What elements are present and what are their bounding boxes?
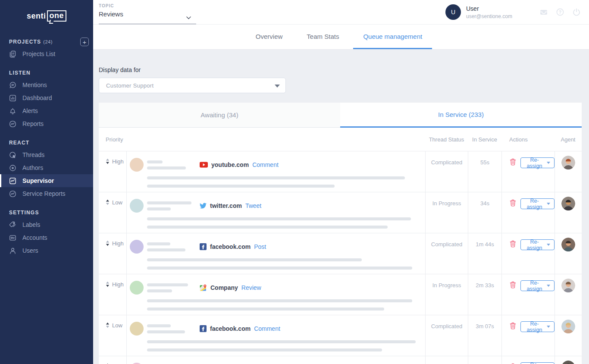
redacted-name-placeholder	[147, 324, 200, 333]
user-menu[interactable]: U User user@sentione.com	[445, 4, 512, 20]
queue-table: Awaiting (34) In Service (233) Priority …	[99, 103, 582, 364]
delete-button[interactable]	[510, 321, 516, 331]
customer-avatar	[130, 199, 144, 213]
sidebar-item-users[interactable]: Users	[0, 244, 93, 257]
sidebar-item-reports[interactable]: Reports	[0, 117, 93, 130]
power-icon[interactable]	[572, 8, 581, 18]
alerts-icon	[9, 107, 16, 115]
agent-avatar[interactable]	[561, 156, 575, 169]
redacted-name-placeholder	[147, 283, 200, 292]
source-type-link[interactable]: Comment	[252, 161, 279, 168]
supervisor-icon	[9, 177, 16, 185]
customer-avatar	[130, 158, 144, 172]
reassign-button[interactable]: Re-assign	[520, 198, 555, 209]
trash-icon	[510, 322, 516, 329]
sidebar-item-authors[interactable]: Authors	[0, 161, 93, 174]
tab-in-service[interactable]: In Service (233)	[340, 103, 582, 128]
table-row: Low facebook.com Comment Complicated 3m …	[99, 315, 582, 356]
redacted-name-placeholder	[147, 242, 200, 251]
in-service-time: 3m 07s	[468, 315, 501, 356]
source-site: twitter.com	[210, 202, 242, 209]
table-row: High youtube.com Comment Complicated 55s…	[99, 151, 582, 192]
help-icon[interactable]: ?	[556, 8, 564, 18]
team-select-value: Customer Support	[106, 82, 154, 89]
redacted-message-placeholder	[147, 176, 425, 188]
reassign-button[interactable]: Re-assign	[520, 280, 555, 291]
tab-team-stats[interactable]: Team Stats	[297, 25, 349, 49]
trash-icon	[510, 281, 516, 289]
column-priority: Priority	[99, 136, 127, 143]
sidebar-item-threads[interactable]: Threads	[0, 148, 93, 161]
reassign-button[interactable]: Re-assign	[520, 239, 555, 250]
inbox-icon[interactable]	[539, 8, 548, 18]
table-row: High facebook.com Post Complicated 1m 44…	[99, 233, 582, 274]
reassign-button[interactable]: Re-assign	[520, 157, 555, 168]
priority-arrows-icon[interactable]	[106, 240, 110, 247]
source-type-link[interactable]: Comment	[254, 325, 280, 332]
priority-label: Low	[112, 322, 122, 329]
agent-avatar[interactable]	[561, 320, 575, 333]
thread-status: In Progress	[425, 192, 468, 233]
sidebar-item-label: Supervisor	[22, 177, 54, 184]
source-type-link[interactable]: Post	[254, 243, 266, 250]
delete-button[interactable]	[510, 157, 516, 167]
priority-arrows-icon[interactable]	[106, 322, 110, 329]
caret-down-icon	[547, 285, 550, 287]
customer-avatar	[130, 322, 144, 336]
in-service-time: 2m 33s	[468, 274, 501, 315]
source-site: Company	[210, 284, 238, 291]
delete-button[interactable]	[510, 198, 516, 208]
team-select[interactable]: Customer Support	[99, 78, 286, 93]
source-type-link[interactable]: Review	[241, 284, 261, 291]
source-site: facebook.com	[210, 243, 251, 250]
chevron-down-icon	[186, 16, 191, 19]
accounts-icon	[9, 234, 16, 242]
sidebar-item-mentions[interactable]: Mentions	[0, 78, 93, 91]
add-project-button[interactable]: +	[80, 38, 89, 46]
tab-awaiting[interactable]: Awaiting (34)	[99, 103, 340, 128]
agent-avatar[interactable]	[561, 238, 575, 251]
twitter-icon	[200, 202, 207, 209]
sidebar-item-accounts[interactable]: Accounts	[0, 231, 93, 244]
logo-speech-bubble: one	[47, 10, 67, 22]
priority-arrows-icon[interactable]	[106, 158, 110, 165]
sidebar-item-alerts[interactable]: Alerts	[0, 104, 93, 117]
delete-button[interactable]	[510, 362, 516, 364]
delete-button[interactable]	[510, 239, 516, 249]
projects-list-icon	[9, 50, 16, 58]
source-type-link[interactable]: Tweet	[245, 202, 261, 209]
redacted-message-placeholder	[147, 299, 425, 311]
priority-label: High	[112, 158, 124, 165]
sidebar-item-labels[interactable]: Labels	[0, 218, 93, 231]
topic-value: Reviews	[99, 10, 196, 18]
reassign-button[interactable]: Re-assign	[520, 321, 555, 332]
table-row: Low twitter.com Tweet In Progress 34s Re…	[99, 192, 582, 233]
agent-avatar[interactable]	[561, 197, 575, 210]
priority-arrows-icon[interactable]	[106, 281, 110, 288]
reassign-button[interactable]: Re-assign	[520, 362, 555, 364]
users-icon	[9, 247, 16, 254]
listen-header: LISTEN	[0, 67, 93, 78]
reports-icon	[9, 120, 16, 128]
sidebar-item-label: Labels	[22, 221, 40, 228]
settings-header: SETTINGS	[0, 207, 93, 218]
sidebar-item-label: Authors	[22, 164, 43, 171]
sidebar-item-label: Dashboard	[22, 94, 52, 101]
topic-select[interactable]: TOPIC Reviews	[99, 3, 196, 24]
trash-icon	[510, 240, 516, 248]
sidebar-item-dashboard[interactable]: Dashboard	[0, 91, 93, 104]
caret-down-icon	[547, 244, 550, 246]
trash-icon	[510, 199, 516, 207]
sidebar-item-supervisor[interactable]: Supervisor	[0, 174, 93, 187]
tab-overview[interactable]: Overview	[246, 25, 293, 49]
sidebar-item-projects-list[interactable]: Projects List	[0, 47, 93, 60]
priority-label: High	[112, 281, 124, 288]
tab-queue-management[interactable]: Queue management	[353, 25, 432, 49]
main-content: Display data for Customer Support Awaiti…	[93, 50, 589, 364]
agent-avatar[interactable]	[561, 279, 575, 292]
agent-avatar[interactable]	[561, 361, 575, 364]
topic-label: TOPIC	[99, 3, 196, 8]
priority-arrows-icon[interactable]	[106, 199, 110, 206]
sidebar-item-service-reports[interactable]: Service Reports	[0, 187, 93, 200]
delete-button[interactable]	[510, 280, 516, 290]
